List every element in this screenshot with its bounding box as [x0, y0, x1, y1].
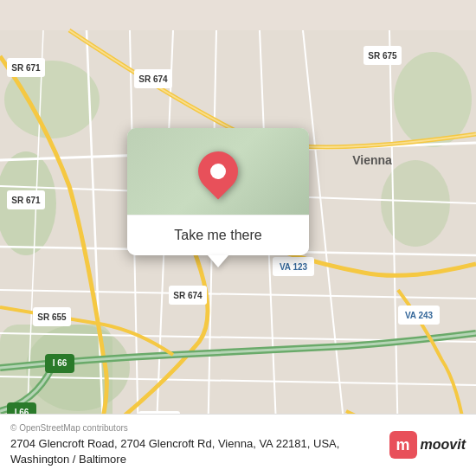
moovit-letter: m [396, 436, 410, 454]
svg-point-6 [26, 325, 130, 411]
pin-inner [210, 164, 226, 179]
popup-tail [208, 255, 228, 267]
svg-point-3 [394, 52, 472, 147]
svg-text:Vienna: Vienna [352, 153, 392, 167]
moovit-m-icon: m [389, 431, 417, 459]
moovit-logo: m moovit [389, 431, 466, 459]
svg-text:SR 671: SR 671 [11, 63, 41, 73]
bottom-bar-info: © OpenStreetMap contributors 2704 Glencr… [10, 423, 383, 467]
svg-text:SR 674: SR 674 [138, 74, 168, 84]
bottom-bar: © OpenStreetMap contributors 2704 Glencr… [0, 414, 476, 476]
svg-text:I 66: I 66 [53, 358, 68, 368]
svg-text:SR 671: SR 671 [11, 196, 41, 205]
moovit-brand-text: moovit [421, 437, 466, 453]
map-container: SR 671 SR 674 SR 675 SR 671 Vienna SR 67… [0, 0, 476, 476]
address-text: 2704 Glencroft Road, 2704 Glencroft Rd, … [10, 436, 383, 467]
svg-text:SR 675: SR 675 [368, 51, 397, 61]
location-pin [198, 151, 238, 191]
svg-text:VA 243: VA 243 [405, 311, 434, 320]
location-popup: Take me there [127, 128, 309, 255]
svg-text:SR 674: SR 674 [173, 291, 203, 300]
svg-point-4 [381, 160, 450, 247]
take-me-there-button[interactable]: Take me there [127, 215, 309, 255]
svg-text:VA 123: VA 123 [280, 262, 308, 272]
pin-circle [190, 143, 246, 199]
svg-text:SR 655: SR 655 [37, 312, 67, 322]
copyright-text: © OpenStreetMap contributors [10, 423, 383, 433]
popup-map-preview [127, 128, 309, 215]
